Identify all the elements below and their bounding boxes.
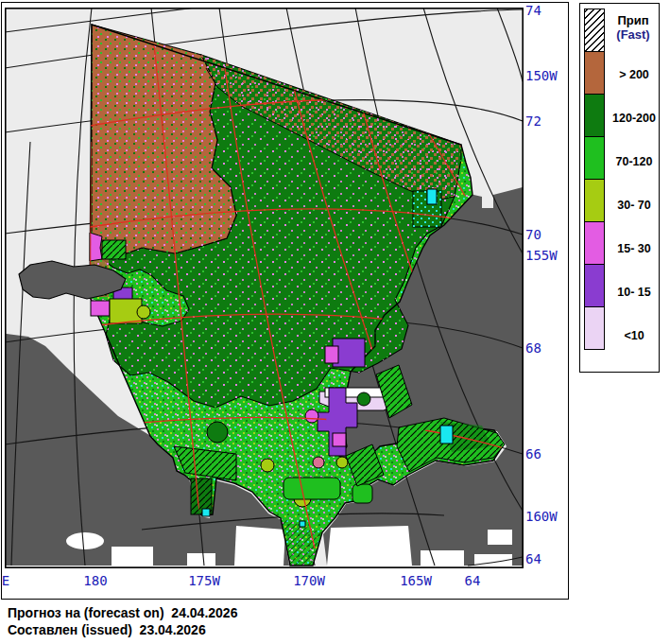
axis-label-66: 66 <box>525 447 541 461</box>
legend: Прип (Fast) > 200 120-200 70-120 30- 70 … <box>579 3 660 373</box>
legend-swatch-gt200 <box>584 51 605 95</box>
ice-forecast-page: 74 150W 72 70 155W 68 66 160W 64 E 180 1… <box>0 0 670 644</box>
axis-label-165w: 165W <box>395 574 437 588</box>
axis-label-175w: 175W <box>183 574 225 588</box>
legend-swatch-10-15 <box>584 264 605 307</box>
axis-label-70: 70 <box>525 228 541 242</box>
axis-label-155w: 155W <box>525 249 558 263</box>
patch-15-30 <box>90 233 102 261</box>
legend-label-120-200: 120-200 <box>610 112 659 125</box>
map-canvas <box>5 8 524 568</box>
issued-date-line: Составлен (issued) 23.04.2026 <box>8 622 206 637</box>
legend-swatch-15-30 <box>584 221 605 265</box>
legend-swatch-120-200 <box>584 94 605 137</box>
axis-label-64-bottom: 64 <box>459 574 486 588</box>
legend-label-30-70: 30- 70 <box>610 199 659 212</box>
axis-label-74: 74 <box>525 4 541 18</box>
axis-label-64-right: 64 <box>525 552 541 566</box>
legend-title-ru: Прип <box>617 13 648 27</box>
legend-label-lt10: <10 <box>610 329 659 342</box>
axis-label-160w: 160W <box>525 510 558 524</box>
legend-label-gt200: > 200 <box>610 68 659 81</box>
legend-title-en: (Fast) <box>616 27 649 42</box>
legend-swatch-30-70 <box>584 179 605 222</box>
axis-label-68: 68 <box>525 341 541 356</box>
legend-swatch-70-120 <box>584 136 605 180</box>
ice-map-svg <box>5 8 524 568</box>
axis-label-150w: 150W <box>525 69 558 83</box>
axis-label-175e: E <box>0 574 11 588</box>
legend-label-15-30: 15- 30 <box>610 242 659 255</box>
legend-label-70-120: 70-120 <box>610 155 659 168</box>
legend-title: Прип (Fast) <box>608 13 659 42</box>
forecast-date-line: Прогноз на (forecast on) 24.04.2026 <box>8 605 237 620</box>
legend-swatch-lt10 <box>584 306 605 350</box>
axis-label-72: 72 <box>525 114 541 129</box>
fast-ice-swatch <box>584 9 605 52</box>
legend-label-10-15: 10- 15 <box>610 286 659 299</box>
axis-label-170w: 170W <box>288 574 330 588</box>
legend-swatch-column <box>584 9 605 350</box>
axis-label-180: 180 <box>78 574 112 588</box>
